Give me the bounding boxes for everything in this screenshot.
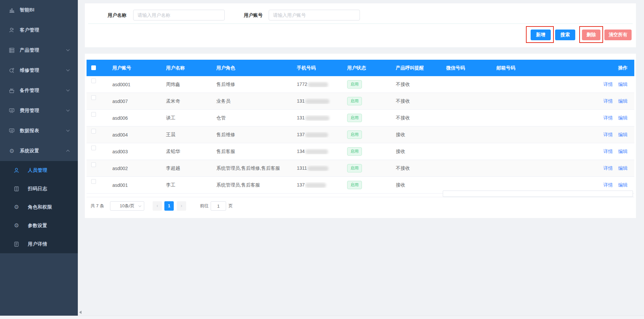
- row-checkbox[interactable]: [91, 112, 96, 117]
- page-size-value: 10条/页: [120, 203, 135, 208]
- edit-link[interactable]: 编辑: [618, 82, 628, 87]
- server-stack-icon: [9, 47, 15, 53]
- sidebar-item-smart-bi[interactable]: 智能BI: [0, 0, 78, 20]
- detail-link[interactable]: 详情: [603, 165, 613, 171]
- edit-link[interactable]: 编辑: [618, 149, 628, 154]
- submenu-item-label: 用户详情: [28, 241, 47, 247]
- column-header-email: 邮箱号码: [491, 65, 542, 71]
- user-account-label: 用户账号: [244, 10, 263, 20]
- submenu-item-label: 人员管理: [28, 167, 47, 173]
- edit-link[interactable]: 编辑: [618, 115, 628, 120]
- table-header-row: 用户账号 用户名称 用户角色 手机号码 用户状态 产品呼叫提醒 微信号码 邮箱号…: [87, 60, 634, 76]
- cell-call-notify: 接收: [391, 149, 441, 155]
- sidebar-item-spare-parts-mgmt[interactable]: 备件管理: [0, 81, 78, 101]
- sidebar-item-system-settings[interactable]: ⚙ 系统设置: [0, 141, 78, 161]
- sidebar-item-label: 备件管理: [20, 88, 39, 94]
- cell-role: 仓管: [211, 115, 292, 121]
- delete-button[interactable]: 删除: [582, 30, 600, 40]
- detail-link[interactable]: 详情: [603, 98, 613, 104]
- sidebar-item-customer-mgmt[interactable]: 客户管理: [0, 20, 78, 40]
- phone-redaction: [305, 183, 326, 188]
- phone-redaction: [305, 99, 329, 104]
- edit-link[interactable]: 编辑: [618, 98, 628, 104]
- phone-redaction: [305, 149, 328, 154]
- users-icon: [9, 27, 15, 33]
- cell-role: 系统管理员,售后客服: [211, 182, 292, 188]
- edit-link[interactable]: 编辑: [618, 182, 628, 188]
- select-all-checkbox[interactable]: [91, 65, 96, 70]
- chevron-down-icon: [66, 48, 70, 51]
- user-name-input[interactable]: [133, 10, 225, 20]
- table-card: 用户账号 用户名称 用户角色 手机号码 用户状态 产品呼叫提醒 微信号码 邮箱号…: [85, 54, 636, 218]
- add-button[interactable]: 新增: [531, 30, 551, 40]
- goto-page-input[interactable]: [211, 201, 226, 211]
- user-account-input[interactable]: [269, 10, 360, 20]
- cell-role: 售后维修: [211, 132, 292, 138]
- gear-icon: ⚙: [13, 223, 19, 229]
- submenu-item-personnel-mgmt[interactable]: 人员管理: [0, 161, 78, 179]
- cell-phone: 137: [292, 132, 342, 138]
- column-header-role: 用户角色: [211, 65, 292, 71]
- current-page-button[interactable]: 1: [164, 201, 174, 211]
- chevron-up-icon: [66, 150, 70, 153]
- search-button[interactable]: 搜索: [555, 30, 575, 40]
- sidebar-item-product-mgmt[interactable]: 产品管理: [0, 40, 78, 60]
- cell-call-notify: 不接收: [391, 82, 441, 88]
- form-divider: [88, 23, 633, 24]
- pagination-total: 共 7 条: [91, 201, 104, 211]
- detail-link[interactable]: 详情: [603, 115, 613, 120]
- sidebar-item-label: 费用管理: [20, 108, 39, 114]
- detail-link[interactable]: 详情: [603, 149, 613, 154]
- sidebar-item-repair-mgmt[interactable]: 维修管理: [0, 60, 78, 81]
- submenu-item-roles-permissions[interactable]: ⚙ 角色和权限: [0, 198, 78, 216]
- horizontal-scrollbar-track[interactable]: [0, 316, 644, 319]
- edit-link[interactable]: 编辑: [618, 165, 628, 171]
- next-page-button[interactable]: ›: [177, 201, 186, 211]
- cell-role: 系统管理员,售后维修,售后客服: [211, 165, 292, 171]
- cell-name: 孟铅华: [161, 149, 211, 155]
- cell-role: 售后客服: [211, 149, 292, 155]
- chevron-down-icon: [66, 108, 70, 112]
- cell-role: 业务员: [211, 98, 292, 104]
- sidebar-item-data-reports[interactable]: 数据报表: [0, 121, 78, 141]
- table-row: asd004 王晨 售后维修 137 启用 接收 详情编辑: [87, 126, 634, 143]
- status-badge: 启用: [347, 164, 362, 172]
- edit-link[interactable]: 编辑: [618, 132, 628, 137]
- cell-call-notify: 接收: [391, 132, 441, 138]
- page-suffix-label: 页: [228, 201, 233, 211]
- detail-link[interactable]: 详情: [603, 132, 613, 137]
- page-size-select[interactable]: 10条/页: [110, 201, 144, 211]
- cell-phone: 131: [292, 115, 342, 121]
- clear-all-button[interactable]: 清空所有: [604, 30, 632, 40]
- row-checkbox[interactable]: [91, 95, 96, 100]
- hscroll-left-arrow-icon[interactable]: [79, 311, 82, 314]
- cell-account: asd004: [107, 132, 161, 138]
- chevron-down-icon: [66, 128, 70, 132]
- phone-redaction: [305, 132, 328, 138]
- fixed-column-artifact: [443, 191, 633, 197]
- cell-name: 李工: [161, 182, 211, 188]
- cell-call-notify: 不接收: [391, 115, 441, 121]
- chevron-down-icon: [66, 88, 70, 92]
- cell-role: 售后维修: [211, 82, 292, 88]
- cell-name: 孟米奇: [161, 98, 211, 104]
- prev-page-button[interactable]: ‹: [153, 201, 162, 211]
- submenu-item-parameter-settings[interactable]: ⚙ 参数设置: [0, 216, 78, 235]
- cell-name: 李超越: [161, 165, 211, 171]
- submenu-item-scan-log[interactable]: 扫码日志: [0, 179, 78, 198]
- submenu-item-user-detail[interactable]: 用户详情: [0, 235, 78, 253]
- detail-link[interactable]: 详情: [603, 82, 613, 87]
- row-checkbox[interactable]: [91, 78, 96, 83]
- cell-account: asd003: [107, 149, 161, 154]
- status-badge: 启用: [347, 181, 362, 189]
- cell-phone: 137: [292, 182, 342, 188]
- sidebar-item-label: 数据报表: [20, 128, 39, 134]
- detail-link[interactable]: 详情: [603, 182, 613, 188]
- pagination: 共 7 条 10条/页 ‹ 1 › 前往 页: [85, 201, 636, 211]
- sidebar-item-expense-mgmt[interactable]: 费用管理: [0, 101, 78, 121]
- row-checkbox[interactable]: [91, 179, 96, 184]
- row-checkbox[interactable]: [91, 162, 96, 167]
- row-checkbox[interactable]: [91, 146, 96, 150]
- cell-account: asd001: [107, 182, 161, 188]
- row-checkbox[interactable]: [91, 129, 96, 134]
